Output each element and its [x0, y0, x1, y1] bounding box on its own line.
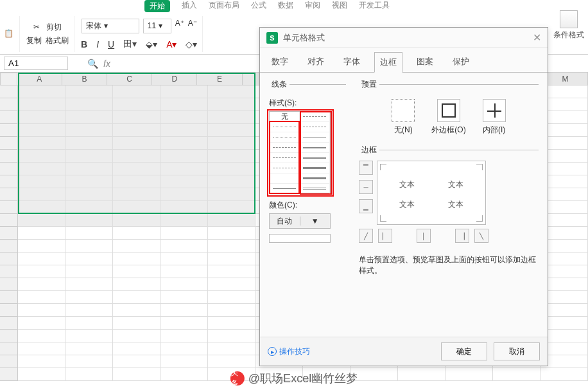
cell[interactable]: [208, 188, 255, 201]
cell[interactable]: [208, 291, 255, 304]
tab-border[interactable]: 边框: [374, 52, 402, 73]
cell[interactable]: [113, 265, 160, 278]
col-header[interactable]: C: [107, 73, 152, 85]
cell[interactable]: [208, 124, 255, 137]
style-opt[interactable]: [270, 184, 300, 194]
style-opt[interactable]: [270, 132, 300, 143]
cell[interactable]: [65, 188, 113, 201]
row-header[interactable]: [0, 342, 18, 355]
cell[interactable]: [18, 342, 65, 355]
font-size-dropdown[interactable]: 11▾: [143, 19, 171, 33]
cell[interactable]: [160, 278, 208, 291]
row-header[interactable]: [0, 124, 18, 137]
cancel-button[interactable]: 取消: [494, 342, 540, 360]
tab-protect[interactable]: 保护: [447, 52, 474, 73]
select-all-corner[interactable]: [0, 73, 17, 85]
cell[interactable]: [113, 85, 160, 98]
cell[interactable]: [160, 342, 208, 355]
tab-data[interactable]: 数据: [278, 0, 293, 12]
row-header[interactable]: [0, 214, 18, 227]
cell[interactable]: [18, 265, 65, 278]
cell[interactable]: [65, 98, 113, 111]
font-color-button[interactable]: A▾: [166, 39, 177, 49]
paste-button[interactable]: 📋: [4, 29, 14, 39]
cell[interactable]: [113, 137, 160, 150]
cell[interactable]: [540, 368, 588, 381]
style-opt[interactable]: [270, 122, 300, 132]
cell[interactable]: [113, 150, 160, 163]
cell[interactable]: [18, 124, 65, 137]
cell[interactable]: [65, 175, 113, 188]
cell[interactable]: [113, 240, 160, 253]
col-header[interactable]: D: [152, 73, 197, 85]
cell[interactable]: [160, 330, 208, 342]
italic-button[interactable]: I: [96, 39, 99, 49]
cell[interactable]: [160, 304, 208, 317]
name-box[interactable]: [4, 57, 68, 70]
style-opt[interactable]: [300, 184, 330, 194]
style-opt[interactable]: [300, 132, 330, 143]
tab-layout[interactable]: 页面布局: [209, 0, 239, 12]
preset-none-button[interactable]: 无(N): [392, 99, 415, 136]
tab-align[interactable]: 对齐: [302, 52, 329, 73]
fill-color-button[interactable]: ⬙▾: [146, 39, 157, 49]
cell[interactable]: [65, 124, 113, 137]
cell[interactable]: [65, 304, 113, 317]
border-diag1-button[interactable]: ╱: [359, 229, 373, 243]
tab-view[interactable]: 视图: [332, 0, 347, 12]
style-opt[interactable]: [270, 163, 300, 173]
underline-button[interactable]: U: [108, 39, 114, 49]
style-opt[interactable]: [300, 163, 330, 173]
col-header[interactable]: E: [197, 73, 242, 85]
row-header[interactable]: [0, 330, 18, 342]
cell[interactable]: [160, 163, 208, 175]
cell[interactable]: [113, 175, 160, 188]
cell[interactable]: [208, 163, 255, 175]
tab-font[interactable]: 字体: [338, 52, 365, 73]
cell[interactable]: [160, 150, 208, 163]
color-dropdown[interactable]: 自动▼: [269, 213, 331, 229]
cell[interactable]: [113, 304, 160, 317]
bold-button[interactable]: B: [81, 39, 87, 49]
tab-review[interactable]: 审阅: [305, 0, 320, 12]
cell[interactable]: [113, 163, 160, 175]
cell[interactable]: [65, 137, 113, 150]
row-header[interactable]: [0, 85, 18, 98]
help-link[interactable]: ▸ 操作技巧: [268, 346, 310, 357]
cell[interactable]: [65, 150, 113, 163]
row-header[interactable]: [0, 98, 18, 111]
row-header[interactable]: [0, 368, 18, 381]
row-header[interactable]: [0, 317, 18, 330]
cell[interactable]: [208, 137, 255, 150]
cell[interactable]: [208, 317, 255, 330]
cell[interactable]: [160, 317, 208, 330]
cell[interactable]: [65, 368, 113, 381]
cell[interactable]: [208, 85, 255, 98]
cell[interactable]: [65, 317, 113, 330]
fx-icon[interactable]: fx: [103, 58, 110, 69]
row-header[interactable]: [0, 227, 18, 240]
cell[interactable]: [18, 111, 65, 124]
style-opt[interactable]: [300, 173, 330, 184]
cell[interactable]: [160, 124, 208, 137]
cell[interactable]: [160, 111, 208, 124]
cell[interactable]: [18, 368, 65, 381]
cell[interactable]: [160, 265, 208, 278]
cell[interactable]: [208, 278, 255, 291]
cell[interactable]: [160, 175, 208, 188]
cell[interactable]: [18, 227, 65, 240]
row-header[interactable]: [0, 240, 18, 253]
tab-dev[interactable]: 开发工具: [359, 0, 390, 12]
cell[interactable]: [160, 253, 208, 265]
line-style-picker[interactable]: 无: [269, 111, 331, 193]
cell[interactable]: [160, 188, 208, 201]
preset-inner-button[interactable]: 内部(I): [483, 99, 506, 136]
cell[interactable]: [65, 111, 113, 124]
cell[interactable]: [65, 278, 113, 291]
cell[interactable]: [65, 163, 113, 175]
border-bottom-button[interactable]: ▁: [359, 199, 373, 213]
cut-button[interactable]: ✂剪切: [33, 22, 62, 33]
row-header[interactable]: [0, 265, 18, 278]
border-vmid-button[interactable]: │: [417, 229, 431, 243]
cell[interactable]: [113, 227, 160, 240]
